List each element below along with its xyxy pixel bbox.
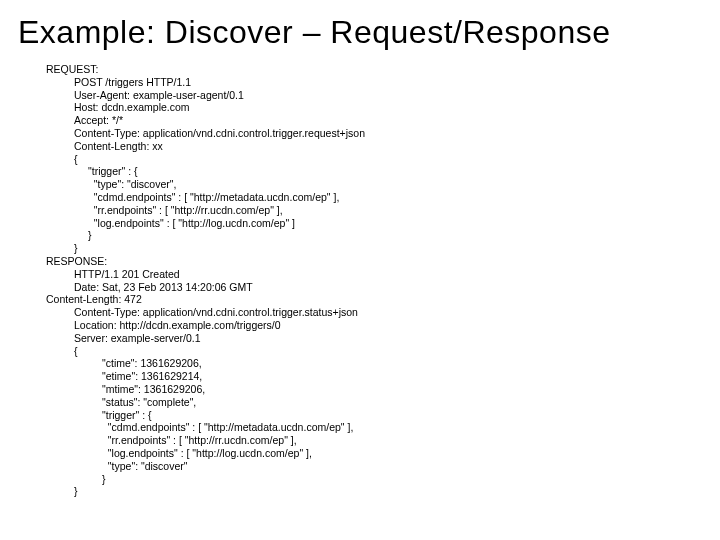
response-body-line: "rr.endpoints" : [ "http://rr.ucdn.com/e…: [102, 434, 702, 447]
request-body-line: "rr.endpoints" : [ "http://rr.ucdn.com/e…: [88, 204, 702, 217]
response-line: Content-Type: application/vnd.cdni.contr…: [74, 306, 702, 319]
request-line: Content-Length: xx: [74, 140, 702, 153]
request-body-line: "type": "discover",: [88, 178, 702, 191]
request-close: }: [74, 242, 702, 255]
request-body-line: "trigger" : {: [88, 165, 702, 178]
response-line: Server: example-server/0.1: [74, 332, 702, 345]
slide-title: Example: Discover – Request/Response: [18, 14, 702, 51]
response-body-line: "type": "discover": [102, 460, 702, 473]
request-body-line: "cdmd.endpoints" : [ "http://metadata.uc…: [88, 191, 702, 204]
code-block: REQUEST: POST /triggers HTTP/1.1 User-Ag…: [46, 63, 702, 498]
slide: Example: Discover – Request/Response REQ…: [0, 0, 720, 540]
response-body-line: "log.endpoints" : [ "http://log.ucdn.com…: [102, 447, 702, 460]
response-body-line: "cdmd.endpoints" : [ "http://metadata.uc…: [102, 421, 702, 434]
response-label: RESPONSE:: [46, 255, 702, 268]
response-body-line: "ctime": 1361629206,: [102, 357, 702, 370]
request-body-line: }: [88, 229, 702, 242]
response-body-line: "mtime": 1361629206,: [102, 383, 702, 396]
request-line: User-Agent: example-user-agent/0.1: [74, 89, 702, 102]
response-body-line: "etime": 1361629214,: [102, 370, 702, 383]
response-line: HTTP/1.1 201 Created: [74, 268, 702, 281]
response-line: Date: Sat, 23 Feb 2013 14:20:06 GMT: [74, 281, 702, 294]
request-line: {: [74, 153, 702, 166]
request-line: Host: dcdn.example.com: [74, 101, 702, 114]
response-body-line: }: [102, 473, 702, 486]
request-line: Content-Type: application/vnd.cdni.contr…: [74, 127, 702, 140]
request-line: Accept: */*: [74, 114, 702, 127]
response-body-line: "trigger" : {: [102, 409, 702, 422]
response-body-line: "status": "complete",: [102, 396, 702, 409]
content-length-label: Content-Length: 472: [46, 293, 702, 306]
request-line: POST /triggers HTTP/1.1: [74, 76, 702, 89]
response-close: }: [74, 485, 702, 498]
response-line: {: [74, 345, 702, 358]
request-label: REQUEST:: [46, 63, 702, 76]
response-line: Location: http://dcdn.example.com/trigge…: [74, 319, 702, 332]
request-body-line: "log.endpoints" : [ "http://log.ucdn.com…: [88, 217, 702, 230]
